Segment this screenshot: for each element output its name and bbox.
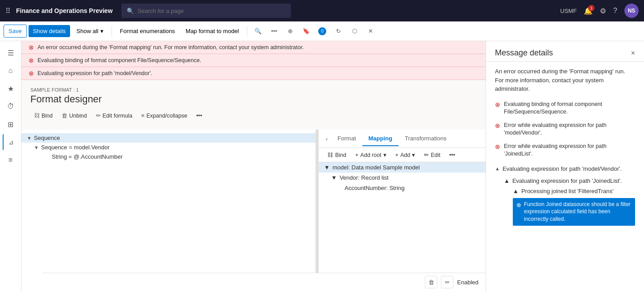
- rpt-link-icon: ⛓: [328, 152, 333, 158]
- msg-highlight-text: Function Joined datasource should be a f…: [524, 201, 632, 223]
- bind-button[interactable]: ⛓ Bind: [30, 110, 56, 121]
- tree-chev-2: ▲: [504, 177, 510, 184]
- rpt-add-icon: +: [395, 152, 399, 158]
- badge-count: 0: [318, 27, 326, 35]
- error-icon-1: ⊗: [29, 44, 34, 51]
- msg-tree-label-1: Evaluating expression for path 'model/Ve…: [503, 165, 622, 172]
- search-input[interactable]: [137, 8, 286, 14]
- msg-panel-body: An error occurred during the 'Format map…: [486, 62, 644, 291]
- expand-collapse-button[interactable]: ≡ Expand/collapse: [137, 110, 191, 121]
- model-label-1: Vendor: Record list: [340, 174, 389, 181]
- open-new-icon[interactable]: ⬡: [347, 24, 361, 38]
- sidebar-item-menu[interactable]: ☰: [3, 45, 19, 61]
- topbar-right: USMF 🔔 1 ⚙ ? NS: [560, 4, 639, 18]
- error-icon-3: ⊗: [29, 70, 34, 77]
- save-button[interactable]: Save: [4, 25, 27, 38]
- search-toolbar-icon[interactable]: 🔍: [251, 24, 265, 38]
- topbar: ⠿ Finance and Operations Preview 🔍 USMF …: [0, 0, 644, 21]
- rpt-add-root-button[interactable]: + Add root ▾: [352, 150, 390, 160]
- unbind-button[interactable]: 🗑 Unbind: [58, 110, 91, 121]
- tab-transformations[interactable]: Transformations: [399, 131, 453, 146]
- avatar[interactable]: NS: [624, 4, 639, 18]
- bookmark-icon[interactable]: 🔖: [299, 24, 313, 38]
- tree-expand-icon-0: ▼: [27, 135, 32, 141]
- msg-error-item-0: ⊗ Evaluating binding of format component…: [495, 101, 635, 116]
- settings-icon[interactable]: ⚙: [600, 7, 606, 15]
- msg-tree-level3[interactable]: ▲ Processing joined list 'FilteredTrans': [513, 186, 635, 196]
- tab-mapping[interactable]: Mapping: [362, 131, 399, 146]
- sidebar-item-recent[interactable]: ⏱: [3, 98, 19, 114]
- badge-zero-btn[interactable]: 0: [315, 24, 329, 38]
- msg-highlight-icon: ⊗: [516, 201, 521, 209]
- delete-footer-icon[interactable]: 🗑: [425, 276, 437, 288]
- compare-icon[interactable]: ⊕: [283, 24, 297, 38]
- toolbar-separator-2: [247, 26, 247, 37]
- message-details-panel: Message details × An error occurred duri…: [486, 41, 644, 291]
- rpt-more-button[interactable]: •••: [446, 150, 459, 160]
- model-expand-0: ▼: [324, 164, 330, 171]
- more-options-icon[interactable]: •••: [267, 24, 281, 38]
- rpt-add-button[interactable]: + Add ▾: [392, 150, 419, 160]
- more-designer-btn[interactable]: •••: [193, 111, 206, 121]
- tree-item-label-0: Sequence: [34, 135, 60, 141]
- msg-sub-sub: ▲ Processing joined list 'FilteredTrans'…: [504, 186, 635, 226]
- rpt-edit-button[interactable]: ✏ Edit: [420, 150, 444, 160]
- tree-item-string[interactable]: String = @.AccountNumber: [21, 152, 316, 161]
- model-label-0: model: Data model Sample model: [332, 164, 420, 171]
- grid-icon[interactable]: ⠿: [5, 7, 11, 15]
- sidebar-item-modules[interactable]: ≡: [3, 152, 19, 168]
- msg-panel-header: Message details ×: [486, 41, 644, 62]
- msg-error-icon-2: ⊗: [495, 143, 500, 150]
- rpt-edit-icon: ✏: [424, 152, 429, 158]
- show-all-button[interactable]: Show all ▾: [72, 25, 108, 37]
- edit-footer-icon[interactable]: ✏: [441, 276, 453, 288]
- tree-item-sequence[interactable]: ▼ Sequence: [21, 133, 316, 143]
- format-enumerations-button[interactable]: Format enumerations: [116, 25, 180, 37]
- notification-icon[interactable]: 🔔 1: [584, 7, 593, 15]
- msg-tree-level1[interactable]: ▲ Evaluating expression for path 'model/…: [495, 164, 635, 174]
- unbind-icon: 🗑: [62, 112, 67, 119]
- chevron-left-icon[interactable]: ‹: [322, 134, 331, 144]
- msg-highlight-box: ⊗ Function Joined datasource should be a…: [513, 198, 635, 226]
- tree-item-sequence-vendor[interactable]: ▼ Sequence = model.Vendor: [21, 143, 316, 152]
- close-toolbar-icon[interactable]: ✕: [363, 24, 378, 38]
- chevron-down-icon: ▾: [100, 28, 104, 34]
- footer-status: Enabled: [457, 279, 478, 286]
- tab-format[interactable]: Format: [331, 131, 362, 146]
- notif-badge: 1: [588, 5, 594, 11]
- map-format-button[interactable]: Map format to model: [181, 25, 243, 37]
- msg-sub-item: ▲ Evaluating expression for path 'Joined…: [495, 176, 635, 226]
- edit-formula-button[interactable]: ✏ Edit formula: [92, 110, 136, 121]
- error-icon-2: ⊗: [29, 57, 34, 64]
- msg-tree-level2[interactable]: ▲ Evaluating expression for path 'Joined…: [504, 176, 635, 186]
- search-bar[interactable]: 🔍: [121, 4, 291, 18]
- rpt-add-chevron: ▾: [412, 152, 415, 158]
- sidebar-item-filter[interactable]: ⊿: [3, 134, 19, 150]
- msg-error-text-1: Error while evaluating expression for pa…: [504, 122, 635, 137]
- tree-chev-1: ▲: [495, 166, 500, 171]
- rpt-bind-button[interactable]: ⛓ Bind: [324, 150, 350, 160]
- msg-panel-close-button[interactable]: ×: [631, 49, 635, 57]
- content-footer: 🗑 ✏ Enabled: [43, 273, 486, 291]
- sidebar-item-favorites[interactable]: ★: [3, 80, 19, 97]
- rpt-plus-icon: +: [355, 152, 358, 158]
- show-details-button[interactable]: Show details: [29, 25, 71, 37]
- toolbar-separator-1: [112, 26, 112, 37]
- msg-error-item-1: ⊗ Error while evaluating expression for …: [495, 122, 635, 137]
- refresh-icon[interactable]: ↻: [331, 24, 345, 38]
- msg-panel-title: Message details: [495, 48, 553, 58]
- model-expand-1: ▼: [331, 174, 337, 181]
- link-icon: ⛓: [34, 112, 40, 119]
- sidebar: ☰ ⌂ ★ ⏱ ⊞ ⊿ ≡: [0, 41, 21, 291]
- model-label-2: AccountNumber: String: [345, 185, 404, 191]
- msg-tree-section: ▲ Evaluating expression for path 'model/…: [495, 164, 635, 226]
- help-icon[interactable]: ?: [613, 7, 617, 15]
- sidebar-item-home[interactable]: ⌂: [3, 63, 19, 79]
- tree-item-label-1: Sequence = model.Vendor: [41, 144, 110, 151]
- msg-error-text-2: Error while evaluating expression for pa…: [504, 143, 635, 158]
- tree-expand-icon-1: ▼: [34, 145, 39, 150]
- msg-error-item-2: ⊗ Error while evaluating expression for …: [495, 143, 635, 158]
- sidebar-item-workspaces[interactable]: ⊞: [3, 116, 19, 132]
- msg-tree-label-3: Processing joined list 'FilteredTrans': [521, 188, 614, 194]
- org-label: USMF: [560, 8, 577, 14]
